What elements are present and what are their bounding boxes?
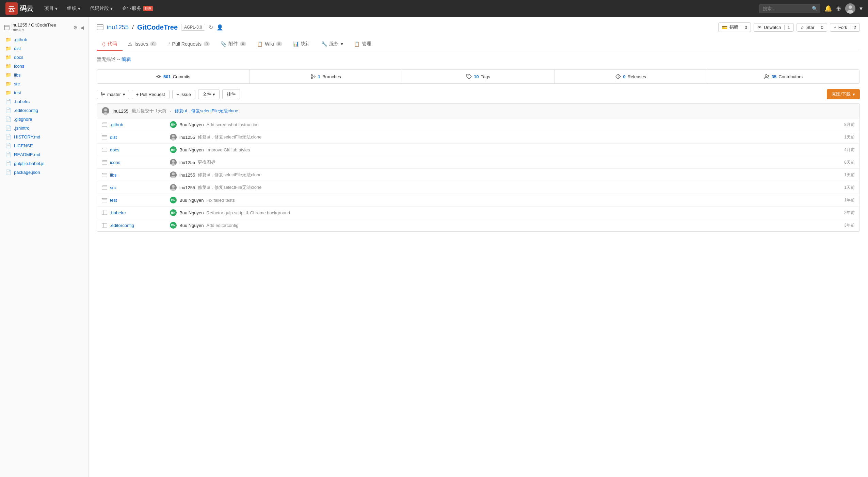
logo[interactable]: 云 码云 (5, 2, 33, 15)
sidebar-item-dist[interactable]: 📁dist (0, 44, 88, 53)
file-commit-message[interactable]: 修复ui，修复selectFile无法clone (198, 172, 261, 178)
branch-dropdown[interactable]: master ▾ (97, 90, 129, 99)
tags-stat[interactable]: 10 Tags (402, 70, 554, 83)
tab-Wiki[interactable]: 📋Wiki0 (252, 38, 288, 51)
commits-stat[interactable]: 501 Commits (97, 70, 250, 83)
menu-item-enterprise[interactable]: 企业服务 特惠 (118, 3, 157, 14)
contributor-name[interactable]: inu1255 (179, 160, 195, 165)
branches-stat[interactable]: 1 Branches (250, 70, 402, 83)
contributor-avatar (170, 134, 177, 141)
sidebar-item-.jshintrc[interactable]: 📄.jshintrc (0, 124, 88, 132)
sidebar-item-.github[interactable]: 📁.github (0, 35, 88, 44)
sidebar-item-src[interactable]: 📁src (0, 79, 88, 88)
user-dropdown-icon[interactable]: ▾ (859, 5, 863, 12)
contributor-name[interactable]: Buu Nguyen (179, 210, 204, 215)
file-commit-message[interactable]: 更换图标 (198, 159, 215, 165)
sidebar-item-libs[interactable]: 📁libs (0, 70, 88, 79)
releases-stat[interactable]: 0 Releases (555, 70, 707, 83)
avatar[interactable] (845, 3, 855, 14)
file-commit-message[interactable]: Add editorconfig (207, 223, 239, 228)
file-name[interactable]: .github (110, 122, 123, 127)
contributor-name[interactable]: Buu Nguyen (179, 198, 204, 203)
file-name[interactable]: src (110, 185, 116, 190)
branch-bar-left: master ▾ + Pull Request + Issue 文件 ▾ 挂件 (97, 89, 240, 99)
bell-icon[interactable]: 🔔 (824, 5, 832, 12)
file-commit-message[interactable]: Fix failed tests (207, 198, 235, 203)
file-commit-message[interactable]: Refactor gulp script & Chrome background (207, 210, 290, 215)
issue-button[interactable]: + Issue (172, 90, 195, 99)
sidebar-item-package.json[interactable]: 📄package.json (0, 168, 88, 177)
contributor-name[interactable]: Buu Nguyen (179, 122, 204, 127)
contributor-name[interactable]: inu1255 (179, 185, 195, 190)
plus-icon[interactable]: ⊕ (836, 5, 841, 12)
file-commit-cell: BN Buu Nguyen Add screenshot instruction (170, 121, 827, 128)
sidebar-item-label: README.md (14, 152, 40, 157)
contributor-name[interactable]: Buu Nguyen (179, 147, 204, 152)
file-name[interactable]: test (110, 198, 117, 203)
file-commit-message[interactable]: Improve GitHub styles (207, 147, 250, 152)
file-commit-message[interactable]: 修复ui，修复selectFile无法clone (198, 184, 261, 191)
star-button[interactable]: ☆ Star 0 (797, 23, 827, 32)
folder-icon: 📁 (5, 90, 11, 95)
sidebar-item-label: docs (14, 55, 23, 60)
repo-name-link[interactable]: GitCodeTree (137, 23, 178, 31)
tab-Pull Requests[interactable]: ⑂Pull Requests0 (162, 38, 215, 51)
fork-button[interactable]: ⑂ Fork 2 (830, 23, 860, 32)
donate-button[interactable]: 💳 捐赠 0 (718, 22, 751, 32)
sidebar-item-HISTORY.md[interactable]: 📄HISTORY.md (0, 132, 88, 141)
file-commit-message[interactable]: 修复ui，修复selectFile无法clone (198, 134, 261, 140)
file-name[interactable]: dist (110, 135, 117, 140)
menu-item-org[interactable]: 组织 ▾ (63, 3, 84, 14)
repo-description: 暂无描述 -- 编辑 (97, 56, 860, 63)
tab-管理[interactable]: 📋管理 (349, 37, 377, 51)
sidebar-item-.babelrc[interactable]: 📄.babelrc (0, 97, 88, 106)
sidebar-item-.editorconfig[interactable]: 📄.editorconfig (0, 106, 88, 115)
sidebar-item-.gitignore[interactable]: 📄.gitignore (0, 115, 88, 124)
file-time: 3年前 (827, 223, 855, 228)
file-name[interactable]: libs (110, 172, 117, 178)
file-name[interactable]: docs (110, 147, 119, 152)
gear-icon[interactable]: ⚙ (73, 25, 78, 30)
sidebar-item-label: .babelrc (14, 99, 30, 104)
tab-附件[interactable]: 📎附件0 (215, 37, 252, 51)
contributors-stat[interactable]: 35 Contributors (707, 70, 859, 83)
tab-服务[interactable]: 🔧服务▾ (316, 37, 349, 51)
hook-button[interactable]: 挂件 (222, 89, 240, 99)
pull-request-button[interactable]: + Pull Request (132, 90, 170, 99)
watch-button[interactable]: 👁 Unwatch 1 (754, 23, 794, 32)
search-input[interactable] (759, 4, 820, 13)
search-icon[interactable]: 🔍 (812, 6, 818, 11)
sidebar-toggle-icon[interactable]: ◀ (80, 25, 84, 30)
clone-button[interactable]: 克隆/下载 ▾ (827, 89, 860, 99)
sidebar-item-gulpfile.babel.js[interactable]: 📄gulpfile.babel.js (0, 159, 88, 168)
file-commit-message[interactable]: Add screenshot instruction (207, 122, 259, 127)
sidebar-item-test[interactable]: 📁test (0, 88, 88, 97)
contributor-name[interactable]: Buu Nguyen (179, 223, 204, 228)
file-name-cell: .editorconfig (102, 223, 170, 228)
commit-message[interactable]: 修复ui，修复selectFile无法clone (175, 108, 238, 114)
edit-description-link[interactable]: 编辑 (122, 56, 131, 62)
profile-icon[interactable]: 👤 (216, 24, 223, 31)
commit-separator: · (170, 109, 171, 114)
tab-Issues[interactable]: ⚠Issues0 (123, 38, 162, 51)
file-name[interactable]: .editorconfig (110, 223, 134, 228)
contributor-name[interactable]: inu1255 (179, 172, 195, 178)
sidebar-item-docs[interactable]: 📁docs (0, 53, 88, 62)
sidebar-item-LICENSE[interactable]: 📄LICENSE (0, 141, 88, 150)
refresh-icon[interactable]: ↻ (209, 24, 213, 31)
menu-item-snippets[interactable]: 代码片段 ▾ (86, 3, 117, 14)
tab-统计[interactable]: 📊统计 (288, 37, 316, 51)
sidebar-item-icons[interactable]: 📁icons (0, 62, 88, 70)
contributor-name[interactable]: inu1255 (179, 135, 195, 140)
folder-icon (102, 197, 107, 203)
menu-item-projects[interactable]: 项目 ▾ (40, 3, 62, 14)
file-name[interactable]: icons (110, 160, 120, 165)
sidebar-item-README.md[interactable]: 📄README.md (0, 150, 88, 159)
repo-owner-link[interactable]: inu1255 (107, 24, 129, 31)
tags-label: Tags (481, 74, 490, 79)
commit-author[interactable]: inu1255 (113, 109, 128, 114)
file-dropdown[interactable]: 文件 ▾ (198, 89, 220, 99)
svg-rect-5 (4, 25, 9, 30)
tab-代码[interactable]: 〈〉代码 (97, 37, 123, 51)
file-name[interactable]: .babelrc (110, 210, 126, 215)
